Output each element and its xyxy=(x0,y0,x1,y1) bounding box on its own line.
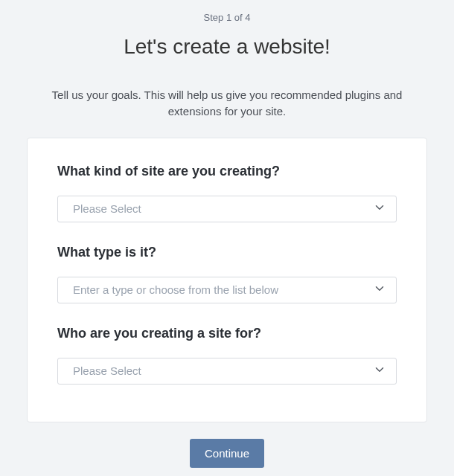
select-site-kind-placeholder: Please Select xyxy=(73,202,141,215)
select-site-who[interactable]: Please Select xyxy=(57,358,397,385)
label-site-kind: What kind of site are you creating? xyxy=(57,164,397,179)
step-indicator: Step 1 of 4 xyxy=(27,12,427,23)
label-site-who: Who are you creating a site for? xyxy=(57,326,397,341)
field-site-kind: What kind of site are you creating? Plea… xyxy=(57,164,397,222)
select-site-who-placeholder: Please Select xyxy=(73,364,141,377)
select-site-type-placeholder: Enter a type or choose from the list bel… xyxy=(73,283,278,296)
page-subtitle: Tell us your goals. This will help us gi… xyxy=(27,87,427,120)
form-footer: Continue xyxy=(27,439,427,468)
select-site-type[interactable]: Enter a type or choose from the list bel… xyxy=(57,277,397,303)
select-site-kind[interactable]: Please Select xyxy=(57,196,397,222)
field-site-who: Who are you creating a site for? Please … xyxy=(57,326,397,385)
label-site-type: What type is it? xyxy=(57,245,397,260)
continue-button[interactable]: Continue xyxy=(190,439,264,468)
page-title: Let's create a website! xyxy=(27,35,427,59)
setup-form-card: What kind of site are you creating? Plea… xyxy=(27,138,427,422)
field-site-type: What type is it? Enter a type or choose … xyxy=(57,245,397,303)
